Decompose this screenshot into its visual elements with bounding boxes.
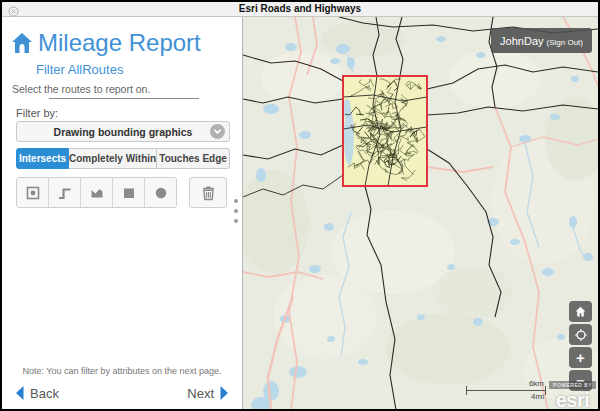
point-icon	[25, 185, 41, 201]
scale-imperial-label: 4mi	[531, 392, 544, 401]
spatial-relation-tabs: Intersects Completely Within Touches Edg…	[16, 148, 230, 169]
powered-by-label: POWERED BY	[549, 381, 596, 389]
instruction-text: Select the routes to report on.	[12, 83, 150, 95]
draw-point-button[interactable]	[17, 178, 49, 207]
polyline-icon	[57, 185, 73, 201]
draw-rectangle-button[interactable]	[113, 178, 145, 207]
user-name: JohnDay	[500, 35, 543, 47]
trash-icon	[201, 185, 216, 201]
esri-logo: esri	[549, 391, 596, 409]
draw-polyline-button[interactable]	[49, 178, 81, 207]
locate-icon	[574, 328, 588, 342]
next-button[interactable]: Next	[182, 385, 230, 401]
polygon-icon	[89, 185, 105, 201]
rectangle-icon	[121, 185, 137, 201]
route-field-underline	[49, 98, 199, 99]
next-label: Next	[187, 386, 214, 401]
dropdown-selected-value: Drawing bounding graphics	[54, 126, 193, 138]
tab-touches-edge[interactable]: Touches Edge	[157, 148, 230, 169]
filter-allroutes-link[interactable]: Filter AllRoutes	[36, 62, 123, 77]
app-window: Esri Roads and Highways Mileage Report F…	[0, 0, 600, 411]
draw-polygon-button[interactable]	[81, 178, 113, 207]
chevron-down-icon[interactable]	[210, 124, 225, 139]
window-titlebar: Esri Roads and Highways	[2, 2, 598, 17]
page-title: Mileage Report	[38, 29, 201, 57]
filter-by-label: Filter by:	[16, 107, 58, 119]
back-label: Back	[30, 386, 59, 401]
home-icon	[574, 305, 587, 318]
map-container: JohnDay(Sign Out) + − 6km	[243, 17, 598, 409]
selection-graphic	[343, 76, 427, 186]
back-button[interactable]: Back	[14, 385, 64, 401]
panel-drag-handle[interactable]	[233, 193, 239, 229]
zoom-in-button[interactable]: +	[569, 347, 592, 368]
chevron-left-icon	[14, 385, 25, 401]
scale-metric-label: 6km	[529, 379, 544, 388]
note-text: Note: You can filter by attributes on th…	[2, 366, 242, 376]
window-title: Esri Roads and Highways	[2, 3, 598, 14]
delete-graphics-button[interactable]	[189, 177, 227, 208]
home-extent-button[interactable]	[569, 301, 592, 322]
circle-icon	[153, 185, 169, 201]
draw-circle-button[interactable]	[145, 178, 176, 207]
map-canvas[interactable]	[243, 17, 598, 409]
locate-button[interactable]	[569, 324, 592, 345]
tab-completely-within[interactable]: Completely Within	[69, 148, 157, 169]
user-sign-out-button[interactable]: JohnDay(Sign Out)	[491, 28, 592, 53]
esri-attribution: POWERED BY esri	[549, 373, 596, 409]
sign-out-label: (Sign Out)	[547, 38, 583, 47]
home-icon	[10, 32, 34, 54]
tab-intersects[interactable]: Intersects	[16, 148, 69, 169]
wizard-nav: Back Next	[2, 385, 242, 401]
filter-method-dropdown[interactable]: Drawing bounding graphics	[16, 121, 230, 142]
mileage-report-panel: Mileage Report Filter AllRoutes Select t…	[2, 17, 243, 409]
draw-toolbar	[16, 177, 227, 208]
scale-bar: 6km 4mi	[466, 381, 546, 403]
chevron-right-icon	[219, 385, 230, 401]
